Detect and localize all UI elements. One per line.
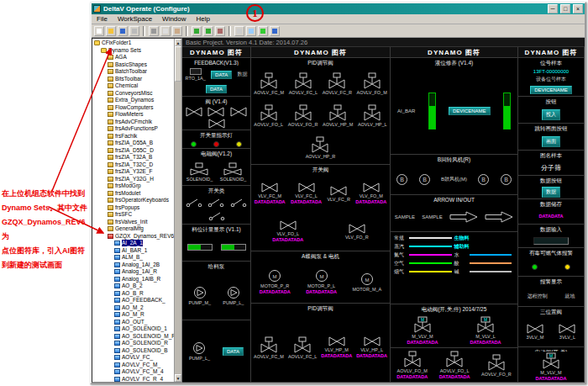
motor-valve-symbol[interactable]: MM_VLV_LDATADATADA (470, 316, 501, 345)
tree-item[interactable]: frsPopups (92, 204, 174, 212)
teal-button[interactable]: 投入 (542, 109, 560, 120)
tree-item[interactable]: BitsToolbar (92, 76, 174, 83)
meter-symbol[interactable] (221, 244, 246, 251)
tree-item[interactable]: frsZIA_Y32E_F (92, 168, 174, 176)
tree-item[interactable]: Analog_1AI_2B (92, 262, 174, 269)
zoom-icon[interactable] (246, 26, 256, 36)
pump-symbol[interactable]: PUMP_L_ (223, 286, 244, 305)
valve-symbol[interactable] (230, 107, 247, 117)
indicator-lamp-icon[interactable] (532, 264, 538, 270)
save-icon[interactable] (118, 26, 128, 36)
tree-item[interactable]: Analog_1AIB_R (92, 276, 174, 283)
block-chip-symbol[interactable]: RTO_1A_ (186, 68, 206, 81)
flow-arrow-symbol[interactable] (449, 211, 478, 223)
tree-item[interactable]: frsSFC (92, 211, 174, 219)
blower-symbol[interactable]: B (396, 173, 408, 186)
tree-item[interactable]: frsZIA_T32C_D (92, 161, 174, 169)
tree-item[interactable]: AOVLV_FC_R_4 (92, 376, 174, 383)
control-valve-symbol[interactable]: AOVLV_FC_M (254, 72, 284, 95)
tree-item[interactable]: CFixFolder1 (92, 40, 174, 47)
solenoid-valve-symbol[interactable]: SOLENOID_ (186, 162, 213, 182)
valve-symbol[interactable]: VLV_FO_MDATADATADA (355, 182, 386, 204)
valve-symbol[interactable]: VLV_FC_MDATADATADA (255, 182, 286, 204)
control-valve-symbol[interactable]: AOVLV_FO_L (254, 104, 283, 127)
label-text[interactable]: SAMPLE (395, 214, 415, 219)
motor-symbol[interactable]: MMOTOR_P_LDATADATADA (306, 269, 337, 294)
blower-symbol[interactable]: B (477, 173, 490, 186)
tree-item[interactable]: Chemical (92, 82, 174, 90)
grid-icon[interactable] (234, 26, 244, 36)
new-icon[interactable] (94, 26, 104, 36)
switch-symbol[interactable] (230, 198, 247, 207)
valve-symbol[interactable]: VLV_HP_MDATADATADA (321, 336, 352, 358)
tree-item[interactable]: AOVLV_FC_M_ (92, 362, 174, 369)
motor-symbol[interactable]: MMOTOR_M_A (353, 272, 382, 292)
pump-symbol[interactable]: PUMP_M_ (189, 286, 212, 305)
tree-item[interactable]: AO_SOLENOID_1 (92, 325, 174, 333)
pump-symbol[interactable]: PUMP_L_ (189, 341, 210, 361)
tree-item[interactable]: Extra_Dynamos (92, 97, 174, 104)
valve-symbol[interactable]: VLV_HP_LDATADATADA (356, 336, 387, 358)
tree-item[interactable]: AO_OUT_ (92, 319, 174, 326)
switch-symbol[interactable] (208, 212, 225, 220)
control-valve-symbol[interactable]: AOVLV_FO_LDATADATADA (439, 351, 470, 379)
tree-item[interactable]: frsAdvFunctionsP (92, 125, 174, 133)
teal-button[interactable]: DATA (223, 347, 244, 356)
tree-item[interactable]: AGA (92, 54, 174, 61)
valve-symbol[interactable]: 3VLV_M (527, 324, 544, 340)
teal-button[interactable]: DEVICENAME (449, 107, 491, 115)
tree-item[interactable]: AO_SOLENOID_R (92, 340, 174, 347)
teal-button[interactable]: DEVICENAME (530, 86, 572, 94)
menu-file[interactable]: File (92, 15, 113, 23)
copy-icon[interactable] (160, 26, 171, 36)
label-text[interactable]: 远程控制 (528, 293, 548, 300)
tree-item[interactable]: Analog_1AI_R (92, 268, 174, 276)
label-text[interactable]: B鼓风机(M) (441, 176, 467, 183)
print-icon[interactable] (129, 26, 139, 36)
tree-item[interactable]: frsAdvCFmchlk (92, 119, 174, 126)
valve-symbol[interactable]: VLV_FC_LDATADATADA (291, 182, 322, 204)
tree-item[interactable]: FlowMeters (92, 111, 174, 119)
tree-scrollbar[interactable]: ▲ ▼ (174, 39, 181, 382)
motor-symbol[interactable]: MMOTOR_P_RDATADATADA (260, 269, 291, 294)
control-valve-symbol[interactable]: AOVLV_FO_MDATADATADA (396, 351, 428, 379)
flow-arrow-symbol[interactable] (485, 211, 513, 223)
control-valve-symbol[interactable]: AOVLV_FO_R (481, 354, 512, 377)
data-text[interactable]: DATADATA (539, 214, 564, 219)
toolbox-icon[interactable] (215, 26, 225, 36)
valve-symbol[interactable]: VLV_FO_LDATADATADA (272, 220, 303, 242)
open-icon[interactable] (106, 26, 116, 36)
teal-button[interactable]: DATA (206, 85, 227, 93)
switch-symbol[interactable] (207, 198, 224, 207)
tree-item[interactable]: frsZIA_D55A_B (92, 140, 174, 147)
label-text[interactable]: AI_BAR (397, 108, 415, 114)
valve-symbol[interactable]: 3VLV_L (559, 324, 575, 340)
motor-valve-symbol[interactable]: MM_VLV_MDATADATADA (536, 352, 567, 381)
control-valve-symbol[interactable]: AOVLV_HP_M (323, 104, 353, 127)
menu-help[interactable]: Help (192, 15, 215, 23)
cut-icon[interactable] (149, 26, 159, 36)
valve-symbol[interactable] (207, 107, 224, 117)
valve-symbol[interactable] (186, 107, 202, 117)
tree-item[interactable]: frsFachlk (92, 133, 174, 140)
tree-item[interactable]: GeneralMfg (92, 225, 174, 233)
control-valve-symbol[interactable]: AOVLV_FC_R (323, 72, 352, 95)
title-bar[interactable]: DeltaV Operate (Configure) ─ □ × (92, 3, 585, 14)
scroll-thumb[interactable] (175, 46, 181, 82)
switch-symbol[interactable] (186, 198, 202, 207)
valve-symbol[interactable]: VLV_FC_R (327, 186, 349, 202)
tree-item[interactable]: frsOperatorKeyboards (92, 197, 174, 204)
tree-item[interactable]: frsZIA_Y32G_H (92, 176, 174, 183)
indicator-lamp-icon[interactable] (564, 264, 570, 270)
close-button[interactable]: × (573, 4, 583, 13)
control-valve-symbol[interactable]: AOVLV_FC_L (289, 72, 318, 95)
valve-symbol[interactable]: VLV_FO_R (345, 224, 369, 240)
tree-item[interactable]: AI_BAR_1 (92, 247, 174, 255)
help-icon[interactable] (270, 26, 280, 36)
tree-item[interactable]: frsValves_Init (92, 219, 174, 226)
teal-button[interactable]: 数据 (542, 187, 560, 198)
meter-symbol[interactable] (187, 244, 213, 251)
tree-item[interactable]: AOVLV_FC_M_4 (92, 368, 174, 376)
control-valve-symbol[interactable]: AOVLV_FO_R (288, 104, 318, 127)
indicator-lamp-icon[interactable] (213, 141, 219, 147)
